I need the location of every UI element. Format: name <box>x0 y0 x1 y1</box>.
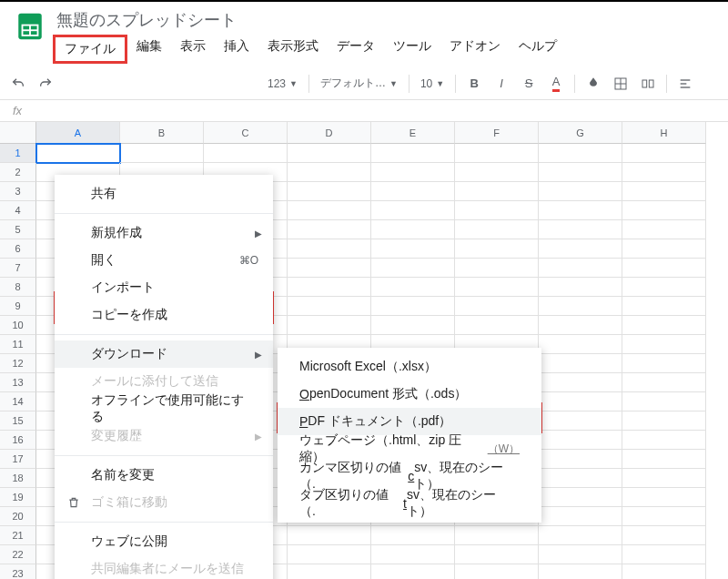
cell[interactable] <box>622 545 706 564</box>
cell[interactable] <box>288 278 371 297</box>
cell[interactable] <box>288 163 371 182</box>
menu-download[interactable]: ダウンロード▶ <box>55 340 273 368</box>
cell[interactable] <box>622 526 706 545</box>
cell[interactable] <box>371 564 455 579</box>
cell[interactable] <box>539 526 622 545</box>
menu-open[interactable]: 開く⌘O <box>55 247 273 274</box>
cell[interactable] <box>539 335 622 354</box>
cell[interactable] <box>288 526 371 545</box>
cell[interactable] <box>204 144 288 163</box>
column-header[interactable]: C <box>204 122 288 144</box>
cell[interactable] <box>371 297 455 316</box>
row-header[interactable]: 21 <box>0 526 36 545</box>
merge-cells-button[interactable] <box>635 71 661 96</box>
download-xlsx[interactable]: Microsoft Excel（.xlsx） <box>278 353 541 381</box>
cell[interactable] <box>371 220 455 239</box>
cell[interactable] <box>539 144 622 163</box>
cell[interactable] <box>288 144 371 163</box>
menu-publish-web[interactable]: ウェブに公開 <box>55 528 273 555</box>
cell[interactable] <box>371 316 455 335</box>
cell[interactable] <box>539 431 622 450</box>
menu-view[interactable]: 表示 <box>171 35 215 64</box>
column-header[interactable]: E <box>371 122 455 144</box>
row-header[interactable]: 5 <box>0 220 36 239</box>
cell[interactable] <box>622 411 706 431</box>
horizontal-align-button[interactable] <box>672 71 698 96</box>
cell[interactable] <box>622 182 706 201</box>
cell[interactable] <box>455 182 539 201</box>
menu-format[interactable]: 表示形式 <box>258 35 328 64</box>
download-ods[interactable]: OpenDocument 形式（.ods） <box>278 381 541 408</box>
cell[interactable] <box>455 201 539 220</box>
cell[interactable] <box>288 316 371 335</box>
column-header[interactable]: D <box>288 122 371 144</box>
cell[interactable] <box>371 278 455 297</box>
cell[interactable] <box>622 201 706 220</box>
cell[interactable] <box>539 411 622 431</box>
cell[interactable] <box>455 297 539 316</box>
row-header[interactable]: 15 <box>0 411 36 431</box>
cell[interactable] <box>539 297 622 316</box>
cell[interactable] <box>120 144 204 163</box>
download-pdf[interactable]: PDF ドキュメント（.pdf） <box>278 408 541 435</box>
cell[interactable] <box>455 144 539 163</box>
bold-button[interactable]: B <box>461 71 487 96</box>
cell[interactable] <box>622 373 706 392</box>
row-header[interactable]: 11 <box>0 335 36 354</box>
cell[interactable] <box>455 545 539 564</box>
cell[interactable] <box>539 239 622 259</box>
cell[interactable] <box>539 392 622 411</box>
font-family-dropdown[interactable]: デフォルト…▼ <box>315 76 403 91</box>
cell[interactable] <box>539 201 622 220</box>
row-header[interactable]: 14 <box>0 392 36 411</box>
undo-button[interactable] <box>5 71 31 96</box>
cell[interactable] <box>622 450 706 469</box>
cell[interactable] <box>622 163 706 182</box>
cell[interactable] <box>539 354 622 373</box>
cell[interactable] <box>288 201 371 220</box>
row-header[interactable]: 1 <box>0 144 36 163</box>
cell[interactable] <box>371 182 455 201</box>
download-csv[interactable]: カンマ区切りの値（.csv、現在のシート） <box>278 462 541 490</box>
cell[interactable] <box>371 259 455 278</box>
column-header[interactable]: G <box>539 122 622 144</box>
row-header[interactable]: 17 <box>0 450 36 469</box>
select-all-corner[interactable] <box>0 122 36 144</box>
row-header[interactable]: 18 <box>0 469 36 488</box>
column-header[interactable]: H <box>622 122 706 144</box>
cell[interactable] <box>622 278 706 297</box>
number-format-dropdown[interactable]: 123▼ <box>262 77 303 90</box>
menu-new[interactable]: 新規作成▶ <box>55 219 273 247</box>
cell[interactable] <box>539 220 622 239</box>
row-header[interactable]: 7 <box>0 259 36 278</box>
cell[interactable] <box>539 182 622 201</box>
cell[interactable] <box>288 239 371 259</box>
cell[interactable] <box>622 354 706 373</box>
row-header[interactable]: 20 <box>0 507 36 526</box>
cell[interactable] <box>539 488 622 507</box>
cell[interactable] <box>371 144 455 163</box>
cell[interactable] <box>539 316 622 335</box>
row-header[interactable]: 22 <box>0 545 36 564</box>
row-header[interactable]: 13 <box>0 373 36 392</box>
row-header[interactable]: 3 <box>0 182 36 201</box>
menu-import[interactable]: インポート <box>55 274 273 301</box>
cell[interactable] <box>622 392 706 411</box>
menu-data[interactable]: データ <box>328 35 384 64</box>
row-header[interactable]: 6 <box>0 239 36 259</box>
cell[interactable] <box>455 278 539 297</box>
cell[interactable] <box>622 507 706 526</box>
cell[interactable] <box>622 316 706 335</box>
row-header[interactable]: 16 <box>0 431 36 450</box>
cell[interactable] <box>371 526 455 545</box>
row-header[interactable]: 19 <box>0 488 36 507</box>
cell[interactable] <box>455 163 539 182</box>
cell[interactable] <box>455 220 539 239</box>
redo-button[interactable] <box>33 71 58 96</box>
menu-insert[interactable]: 挿入 <box>215 35 258 64</box>
row-header[interactable]: 9 <box>0 297 36 316</box>
cell[interactable] <box>371 201 455 220</box>
document-title[interactable]: 無題のスプレッドシート <box>53 7 721 33</box>
cell[interactable] <box>539 545 622 564</box>
cell[interactable] <box>622 469 706 488</box>
